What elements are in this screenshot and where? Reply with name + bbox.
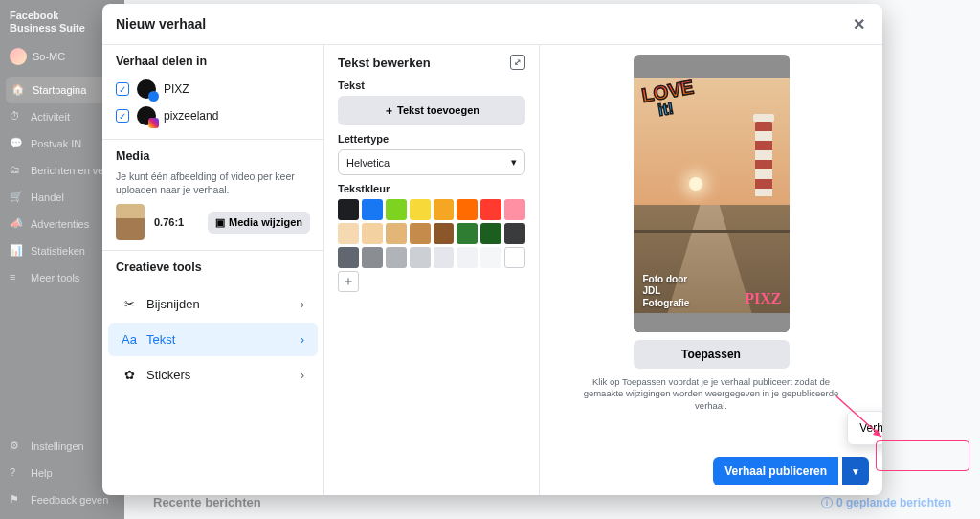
color-swatch[interactable] xyxy=(362,199,383,220)
color-swatch[interactable] xyxy=(362,247,383,268)
tool-tekst[interactable]: AaTekst› xyxy=(108,323,318,356)
color-swatch[interactable] xyxy=(504,223,525,244)
text-color-swatches xyxy=(338,199,525,268)
color-swatch[interactable] xyxy=(480,199,501,220)
color-swatch[interactable] xyxy=(434,247,455,268)
color-swatch[interactable] xyxy=(504,199,525,220)
chevron-right-icon: › xyxy=(301,368,304,382)
modal-left-panel: Verhaal delen in ✓PIXZ✓pixzeeland Media … xyxy=(102,45,324,495)
text-icon: Aa xyxy=(122,332,137,347)
watermark: PIXZ xyxy=(745,290,781,307)
modal-footer: Verhaal publiceren ▼ Verhaal plannen xyxy=(713,457,869,485)
share-account-pixz[interactable]: ✓PIXZ xyxy=(116,76,310,102)
font-value: Helvetica xyxy=(346,157,390,169)
checkbox-checked-icon[interactable]: ✓ xyxy=(116,82,129,96)
color-swatch[interactable] xyxy=(457,247,478,268)
crop-icon: ✂ xyxy=(122,297,137,311)
font-label: Lettertype xyxy=(338,133,525,145)
color-swatch[interactable] xyxy=(338,247,359,268)
color-swatch[interactable] xyxy=(504,247,525,268)
color-label: Tekstkleur xyxy=(338,183,525,194)
color-swatch[interactable] xyxy=(480,223,501,244)
color-swatch[interactable] xyxy=(480,247,501,268)
text-panel-heading: Tekst bewerken xyxy=(338,56,431,70)
add-color-button[interactable]: ＋ xyxy=(338,271,359,292)
share-heading: Verhaal delen in xyxy=(116,55,310,68)
tools-heading: Creatieve tools xyxy=(116,260,310,274)
chevron-down-icon: ▾ xyxy=(511,156,517,169)
tool-bijsnijden[interactable]: ✂Bijsnijden› xyxy=(108,287,318,321)
publish-dropdown-button[interactable]: ▼ xyxy=(842,457,869,485)
color-swatch[interactable] xyxy=(338,223,359,244)
chevron-right-icon: › xyxy=(301,297,304,311)
color-swatch[interactable] xyxy=(338,199,359,220)
publish-story-button[interactable]: Verhaal publiceren xyxy=(713,457,838,485)
checkbox-checked-icon[interactable]: ✓ xyxy=(116,109,129,123)
photo-credit: Foto door JDL Fotografie xyxy=(643,274,690,310)
tool-stickers[interactable]: ✿Stickers› xyxy=(108,358,318,392)
color-swatch[interactable] xyxy=(434,199,455,220)
color-swatch[interactable] xyxy=(410,247,431,268)
media-subtext: Je kunt één afbeelding of video per keer… xyxy=(116,170,310,196)
story-preview: LOVE it! Foto door JDL Fotografie PIXZ xyxy=(634,55,790,332)
change-media-button[interactable]: ▣Media wijzigen xyxy=(208,212,310,234)
color-swatch[interactable] xyxy=(434,223,455,244)
account-name: PIXZ xyxy=(164,82,189,96)
apply-hint: Klik op Toepassen voordat je je verhaal … xyxy=(540,376,882,412)
story-modal: Nieuw verhaal ✕ Verhaal delen in ✓PIXZ✓p… xyxy=(102,4,882,495)
color-swatch[interactable] xyxy=(386,223,407,244)
color-swatch[interactable] xyxy=(386,199,407,220)
account-avatar xyxy=(137,79,156,99)
close-button[interactable]: ✕ xyxy=(848,13,869,34)
expand-icon[interactable]: ⤢ xyxy=(510,55,525,70)
modal-header: Nieuw verhaal ✕ xyxy=(102,4,882,45)
share-account-pixzeeland[interactable]: ✓pixzeeland xyxy=(116,102,310,129)
account-name: pixzeeland xyxy=(164,109,218,123)
media-heading: Media xyxy=(116,149,310,163)
add-text-button[interactable]: ＋ Tekst toevoegen xyxy=(338,96,525,125)
chevron-right-icon: › xyxy=(301,332,304,347)
apply-button[interactable]: Toepassen xyxy=(634,340,790,369)
schedule-story-popover[interactable]: Verhaal plannen xyxy=(847,411,882,445)
text-label: Tekst xyxy=(338,79,525,91)
image-icon: ▣ xyxy=(215,216,225,229)
font-select[interactable]: Helvetica ▾ xyxy=(338,149,525,175)
account-avatar xyxy=(137,106,156,125)
color-swatch[interactable] xyxy=(410,199,431,220)
color-swatch[interactable] xyxy=(457,199,478,220)
text-edit-panel: Tekst bewerken ⤢ Tekst ＋ Tekst toevoegen… xyxy=(324,45,540,495)
sticker-icon: ✿ xyxy=(122,368,137,382)
preview-panel: LOVE it! Foto door JDL Fotografie PIXZ T… xyxy=(540,45,882,495)
color-swatch[interactable] xyxy=(362,223,383,244)
media-ratio: 0.76:1 xyxy=(154,216,184,228)
media-thumbnail[interactable] xyxy=(116,204,145,240)
modal-title: Nieuw verhaal xyxy=(116,16,206,32)
color-swatch[interactable] xyxy=(410,223,431,244)
color-swatch[interactable] xyxy=(386,247,407,268)
color-swatch[interactable] xyxy=(457,223,478,244)
